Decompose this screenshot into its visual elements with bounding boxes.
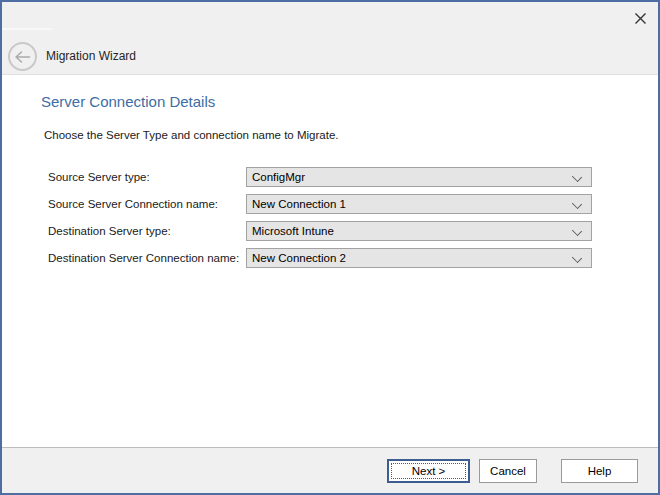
chevron-down-icon xyxy=(572,253,582,263)
close-button[interactable] xyxy=(629,7,651,29)
destination-server-type-label: Destination Server type: xyxy=(48,221,171,241)
form-row-destination-server-type: Destination Server type: Microsoft Intun… xyxy=(2,221,658,241)
wizard-header: Migration Wizard xyxy=(2,2,658,75)
migration-wizard-window: Migration Wizard Server Connection Detai… xyxy=(0,0,660,495)
close-icon xyxy=(634,12,647,25)
wizard-title: Migration Wizard xyxy=(46,49,136,63)
cancel-button[interactable]: Cancel xyxy=(479,459,537,483)
source-server-type-value: ConfigMgr xyxy=(252,168,567,186)
back-button[interactable] xyxy=(8,42,37,71)
form-row-destination-connection-name: Destination Server Connection name: New … xyxy=(2,248,658,268)
destination-connection-name-label: Destination Server Connection name: xyxy=(48,248,239,268)
destination-server-type-dropdown[interactable]: Microsoft Intune xyxy=(246,221,592,241)
wizard-page: Server Connection Details Choose the Ser… xyxy=(2,76,658,447)
titlebar-highlight xyxy=(2,28,52,30)
form-row-source-connection-name: Source Server Connection name: New Conne… xyxy=(2,194,658,214)
chevron-down-icon xyxy=(572,199,582,209)
help-button[interactable]: Help xyxy=(561,459,638,483)
chevron-down-icon xyxy=(572,172,582,182)
wizard-footer: Next > Cancel Help xyxy=(2,447,658,493)
destination-connection-name-dropdown[interactable]: New Connection 2 xyxy=(246,248,592,268)
page-description: Choose the Server Type and connection na… xyxy=(44,129,339,141)
next-button[interactable]: Next > xyxy=(387,459,470,483)
page-heading: Server Connection Details xyxy=(41,93,215,110)
source-connection-name-dropdown[interactable]: New Connection 1 xyxy=(246,194,592,214)
arrow-left-icon xyxy=(14,50,31,64)
destination-server-type-value: Microsoft Intune xyxy=(252,222,567,240)
source-connection-name-value: New Connection 1 xyxy=(252,195,567,213)
destination-connection-name-value: New Connection 2 xyxy=(252,249,567,267)
chevron-down-icon xyxy=(572,226,582,236)
source-server-type-dropdown[interactable]: ConfigMgr xyxy=(246,167,592,187)
source-server-type-label: Source Server type: xyxy=(48,167,150,187)
form-row-source-server-type: Source Server type: ConfigMgr xyxy=(2,167,658,187)
source-connection-name-label: Source Server Connection name: xyxy=(48,194,218,214)
